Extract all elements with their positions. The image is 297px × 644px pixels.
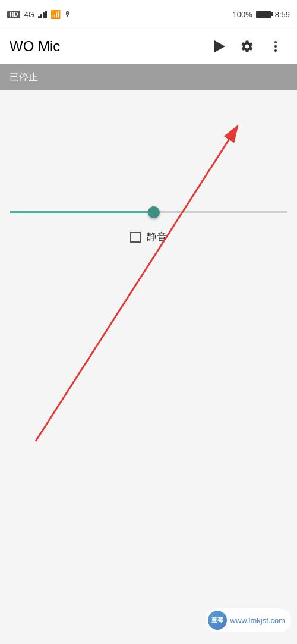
dot3 xyxy=(274,49,277,52)
more-dots-icon xyxy=(274,41,277,52)
gear-icon xyxy=(240,39,254,54)
status-bar: HD 4G 📶 🎙 100% 8:59 xyxy=(0,0,297,29)
app-bar-actions xyxy=(207,34,287,58)
watermark-site: www.lmkjst.com xyxy=(230,616,285,625)
watermark: 蓝莓 www.lmkjst.com xyxy=(206,608,291,632)
hd-badge: HD xyxy=(7,11,20,18)
settings-button[interactable] xyxy=(235,34,259,58)
app-title: WO Mic xyxy=(10,38,60,55)
slider-track-wrapper[interactable] xyxy=(10,206,287,218)
play-icon xyxy=(214,40,225,52)
battery-icon xyxy=(256,11,271,18)
main-content: 静音 xyxy=(0,90,297,644)
bar2 xyxy=(40,14,42,18)
wifi-icon: 📶 xyxy=(50,10,61,19)
mute-label: 静音 xyxy=(147,230,167,244)
status-banner: 已停止 xyxy=(0,64,297,90)
watermark-logo: 蓝莓 xyxy=(208,611,227,630)
volume-slider-container: 静音 xyxy=(10,206,287,244)
slider-fill xyxy=(10,211,154,213)
more-options-button[interactable] xyxy=(264,34,287,58)
app-bar: WO Mic xyxy=(0,29,297,64)
signal-4g: 4G xyxy=(24,10,34,19)
slider-thumb[interactable] xyxy=(148,206,160,218)
dot1 xyxy=(274,41,277,43)
status-bar-right: 100% 8:59 xyxy=(232,10,290,19)
mute-checkbox[interactable] xyxy=(130,232,141,243)
status-bar-left: HD 4G 📶 🎙 xyxy=(7,10,71,19)
svg-line-1 xyxy=(36,126,238,441)
bar4 xyxy=(45,11,47,18)
microphone-status-icon: 🎙 xyxy=(64,10,71,18)
time-display: 8:59 xyxy=(275,10,290,19)
watermark-logo-text: 蓝莓 xyxy=(211,616,223,624)
annotation-arrow xyxy=(0,90,297,644)
stopped-status-label: 已停止 xyxy=(10,71,38,84)
bar1 xyxy=(38,16,40,18)
battery-percent: 100% xyxy=(232,10,252,19)
mute-container: 静音 xyxy=(130,230,167,244)
signal-bars-icon xyxy=(38,10,47,18)
slider-track xyxy=(10,211,287,213)
dot2 xyxy=(274,45,277,48)
play-button[interactable] xyxy=(207,34,230,58)
bar3 xyxy=(43,12,45,18)
battery-fill xyxy=(257,12,270,17)
